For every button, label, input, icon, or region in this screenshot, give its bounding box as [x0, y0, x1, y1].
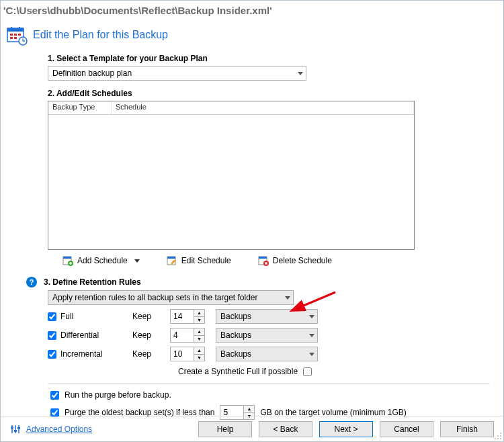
svg-rect-5 [14, 34, 17, 36]
divider [48, 383, 490, 384]
incremental-unit-label: Backups [220, 349, 251, 359]
differential-unit-dropdown[interactable]: Backups [216, 328, 318, 343]
svg-rect-18 [167, 257, 175, 259]
spin-up-icon[interactable]: ▲ [194, 328, 204, 336]
edit-schedule-label: Edit Schedule [181, 256, 231, 265]
svg-rect-20 [259, 257, 267, 259]
cancel-button[interactable]: Cancel [380, 421, 433, 437]
spin-down-icon[interactable]: ▼ [194, 317, 204, 324]
svg-rect-26 [11, 427, 13, 429]
svg-rect-8 [14, 37, 17, 39]
svg-rect-1 [7, 28, 24, 32]
chevron-down-icon [309, 334, 314, 337]
section3-label: 3. Define Retention Rules [44, 277, 141, 287]
col-backup-type[interactable]: Backup Type [48, 101, 112, 114]
retention-row-full: Full Keep ▲▼ Backups [48, 309, 490, 324]
section1-label: 1. Select a Template for your Backup Pla… [48, 54, 490, 63]
delete-schedule-icon [258, 255, 269, 266]
footer: Advanced Options Help < Back Next > Canc… [1, 416, 503, 441]
synthetic-full-row: Create a Synthetic Full if possible [178, 367, 490, 376]
svg-point-34 [495, 438, 496, 439]
incremental-checkbox-input[interactable] [48, 350, 56, 359]
spin-down-icon[interactable]: ▼ [194, 355, 204, 361]
synthetic-full-checkbox[interactable] [303, 367, 312, 376]
sliders-icon [10, 424, 21, 435]
retention-scope-dropdown[interactable]: Apply retention rules to all backup sets… [48, 290, 294, 305]
window-title: 'C:\Users\dhubb\Documents\Reflect\Backup… [1, 1, 503, 19]
help-button[interactable]: Help [198, 421, 252, 437]
keep-label: Keep [132, 312, 159, 321]
differential-checkbox[interactable]: Differential [48, 330, 122, 340]
differential-keep-input[interactable] [171, 330, 194, 340]
chevron-down-icon [285, 296, 290, 300]
delete-schedule-label: Delete Schedule [273, 256, 332, 265]
page-header: Edit the Plan for this Backup [1, 19, 503, 50]
spin-up-icon[interactable]: ▲ [194, 310, 204, 317]
add-schedule-icon [62, 255, 73, 266]
edit-schedule-icon [167, 255, 177, 266]
full-label: Full [60, 312, 73, 321]
calendar-clock-icon [6, 26, 28, 44]
template-selected: Definition backup plan [52, 69, 132, 78]
add-schedule-button[interactable]: Add Schedule [62, 255, 140, 266]
svg-rect-6 [18, 34, 21, 36]
svg-point-32 [497, 435, 499, 437]
keep-label: Keep [132, 330, 159, 340]
help-icon[interactable]: ? [26, 277, 37, 288]
chevron-down-icon [309, 353, 314, 356]
col-schedule[interactable]: Schedule [112, 101, 414, 114]
svg-rect-28 [14, 430, 17, 432]
delete-schedule-button[interactable]: Delete Schedule [258, 255, 332, 266]
svg-point-33 [500, 435, 501, 437]
retention-row-differential: Differential Keep ▲▼ Backups [48, 328, 490, 343]
svg-point-36 [500, 438, 501, 439]
differential-keep-spinner[interactable]: ▲▼ [170, 328, 205, 343]
incremental-label: Incremental [60, 349, 103, 359]
next-button[interactable]: Next > [319, 421, 373, 437]
full-checkbox-input[interactable] [48, 312, 56, 321]
advanced-options-link[interactable]: Advanced Options [26, 425, 92, 434]
schedule-table[interactable]: Backup Type Schedule [48, 101, 415, 250]
svg-rect-30 [17, 427, 20, 429]
retention-row-incremental: Incremental Keep ▲▼ Backups [48, 347, 490, 361]
schedule-table-header: Backup Type Schedule [48, 101, 414, 115]
synthetic-full-label: Create a Synthetic Full if possible [178, 367, 298, 376]
run-purge-before-label: Run the purge before backup. [65, 390, 171, 400]
differential-label: Differential [60, 330, 99, 340]
finish-button[interactable]: Finish [440, 421, 494, 437]
svg-point-35 [497, 438, 499, 439]
edit-schedule-button[interactable]: Edit Schedule [167, 255, 231, 266]
chevron-down-icon [309, 315, 314, 318]
incremental-unit-dropdown[interactable]: Backups [216, 347, 318, 361]
svg-point-31 [500, 433, 501, 434]
incremental-keep-input[interactable] [171, 349, 194, 359]
page-title: Edit the Plan for this Backup [33, 29, 168, 41]
full-unit-dropdown[interactable]: Backups [216, 309, 318, 324]
schedule-toolbar: Add Schedule Edit Schedule Delete Schedu… [48, 250, 490, 274]
resize-grip-icon[interactable] [494, 432, 502, 440]
spin-up-icon[interactable]: ▲ [244, 406, 254, 413]
spin-up-icon[interactable]: ▲ [194, 347, 204, 355]
incremental-checkbox[interactable]: Incremental [48, 349, 122, 359]
back-button[interactable]: < Back [259, 421, 312, 437]
chevron-down-icon [298, 72, 303, 75]
differential-unit-label: Backups [220, 330, 251, 340]
retention-scope-selected: Apply retention rules to all backup sets… [52, 293, 258, 302]
full-keep-input[interactable] [171, 312, 194, 321]
svg-rect-13 [63, 257, 71, 259]
section2-label: 2. Add/Edit Schedules [48, 89, 490, 98]
keep-label: Keep [132, 349, 159, 359]
svg-rect-4 [10, 34, 13, 36]
full-checkbox[interactable]: Full [48, 312, 122, 321]
differential-checkbox-input[interactable] [48, 331, 56, 340]
template-dropdown[interactable]: Definition backup plan [48, 66, 306, 81]
add-schedule-label: Add Schedule [77, 256, 128, 265]
run-purge-before-checkbox[interactable] [50, 391, 59, 400]
full-unit-label: Backups [220, 312, 251, 321]
incremental-keep-spinner[interactable]: ▲▼ [170, 347, 205, 361]
full-keep-spinner[interactable]: ▲▼ [170, 309, 205, 324]
svg-rect-7 [10, 37, 13, 39]
spin-down-icon[interactable]: ▼ [194, 336, 204, 343]
chevron-down-icon[interactable] [134, 259, 140, 263]
